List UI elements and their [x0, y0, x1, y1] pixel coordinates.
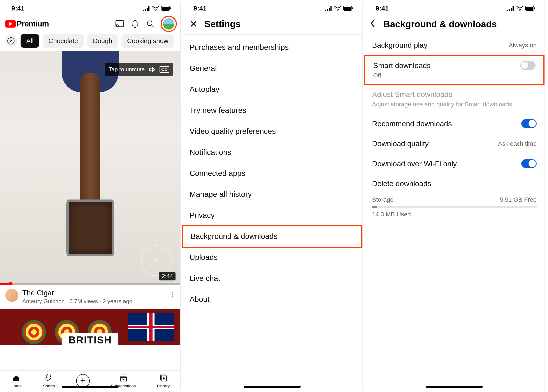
- page-header: Background & downloads: [364, 14, 545, 35]
- settings-item-general[interactable]: General: [182, 58, 363, 79]
- phone-settings: 9:41 ✕ Settings Purchases and membership…: [182, 2, 363, 390]
- storage-label: Storage: [372, 196, 393, 203]
- chip-all[interactable]: All: [21, 34, 39, 48]
- thumb-art-cup: [66, 199, 114, 256]
- video-metadata[interactable]: The Cigar! Amaury Guichon · 6.7M views ·…: [0, 285, 180, 309]
- channel-watermark: AG: [141, 245, 171, 276]
- home-indicator[interactable]: [244, 386, 301, 388]
- toggle-smart-downloads[interactable]: [520, 61, 535, 70]
- wifi-icon: [517, 6, 523, 11]
- home-icon: [11, 373, 21, 383]
- cell-signal-icon: [143, 6, 150, 11]
- video-subtitle: Amaury Guichon · 6.7M views · 2 years ag…: [22, 298, 132, 305]
- app-header: Premium: [0, 14, 180, 33]
- settings-item-try-new[interactable]: Try new features: [182, 100, 363, 121]
- thumb-art-text: BRITISH: [62, 333, 118, 345]
- settings-item-purchases[interactable]: Purchases and memberships: [182, 37, 363, 58]
- muted-icon: [149, 67, 156, 73]
- svg-rect-2: [170, 7, 171, 9]
- svg-rect-1: [162, 7, 169, 10]
- shorts-icon: [44, 373, 54, 383]
- status-bar: 9:41: [182, 2, 363, 14]
- channel-avatar-icon[interactable]: [5, 289, 18, 302]
- page-title: Background & downloads: [384, 19, 497, 29]
- plus-icon: +: [76, 374, 90, 388]
- subscriptions-icon: [119, 373, 128, 383]
- row-label: Smart downloads: [373, 61, 431, 70]
- toggle-wifi-only[interactable]: [521, 159, 537, 168]
- settings-header: ✕ Settings: [182, 14, 363, 35]
- svg-rect-3: [116, 21, 124, 27]
- cc-icon: CC: [160, 66, 169, 73]
- back-icon[interactable]: [370, 18, 379, 30]
- svg-rect-8: [344, 7, 351, 10]
- status-bar: 9:41: [364, 2, 545, 14]
- row-label: Recommend downloads: [372, 119, 452, 128]
- nav-home[interactable]: Home: [10, 373, 22, 389]
- cell-signal-icon: [325, 6, 332, 11]
- cast-icon[interactable]: [115, 19, 125, 29]
- avatar-highlight: [161, 16, 177, 32]
- row-label: Background play: [372, 41, 427, 49]
- settings-item-about[interactable]: About: [182, 289, 363, 310]
- row-label: Download quality: [372, 139, 429, 148]
- row-sub: Off: [373, 72, 535, 79]
- settings-item-manage-history[interactable]: Manage all history: [182, 184, 363, 205]
- settings-item-connected-apps[interactable]: Connected apps: [182, 163, 363, 184]
- row-background-play[interactable]: Background play Always on: [364, 35, 545, 55]
- storage-free: 5.51 GB Free: [500, 196, 537, 203]
- chip-chocolate[interactable]: Chocolate: [43, 34, 84, 48]
- nav-shorts[interactable]: Shorts: [43, 373, 55, 389]
- status-icons: [325, 6, 353, 11]
- home-indicator[interactable]: [62, 386, 119, 388]
- storage-section: Storage 5.51 GB Free 14.3 MB Used: [364, 194, 545, 218]
- nav-library[interactable]: Library: [157, 373, 170, 389]
- settings-item-background-downloads[interactable]: Background & downloads: [182, 225, 363, 248]
- status-icons: [507, 6, 535, 11]
- battery-icon: [161, 6, 171, 11]
- nav-create[interactable]: +: [76, 374, 90, 388]
- row-value: Ask each time: [498, 140, 537, 147]
- settings-item-uploads[interactable]: Uploads: [182, 247, 363, 268]
- chip-dough[interactable]: Dough: [87, 34, 118, 48]
- svg-rect-12: [534, 7, 535, 9]
- settings-item-notifications[interactable]: Notifications: [182, 142, 363, 163]
- row-smart-downloads[interactable]: Smart downloads Off: [365, 56, 543, 80]
- row-delete-downloads[interactable]: Delete downloads: [364, 174, 545, 194]
- row-adjust-smart-downloads: Adjust Smart downloads Adjust storage us…: [364, 85, 545, 113]
- library-icon: [159, 373, 168, 383]
- row-download-quality[interactable]: Download quality Ask each time: [364, 134, 545, 154]
- row-sub: Adjust storage use and quality for Smart…: [372, 101, 537, 108]
- row-recommend-downloads[interactable]: Recommend downloads: [364, 113, 545, 134]
- settings-item-video-quality[interactable]: Video quality preferences: [182, 121, 363, 142]
- settings-item-privacy[interactable]: Privacy: [182, 205, 363, 226]
- phone-background-downloads: 9:41 Background & downloads Background p…: [364, 2, 545, 390]
- storage-used: 14.3 MB Used: [372, 211, 537, 218]
- row-label: Delete downloads: [372, 179, 431, 188]
- youtube-logo[interactable]: Premium: [5, 19, 49, 28]
- unmute-text: Tap to unmute: [108, 66, 145, 73]
- close-icon[interactable]: ✕: [189, 18, 198, 29]
- video-thumbnail-2[interactable]: BRITISH: [0, 309, 180, 345]
- toggle-recommend-downloads[interactable]: [521, 119, 537, 128]
- video-thumbnail[interactable]: Tap to unmute CC AG 2:44: [0, 51, 180, 285]
- svg-point-4: [147, 21, 152, 26]
- svg-rect-9: [352, 7, 353, 9]
- row-wifi-only[interactable]: Download over Wi-Fi only: [364, 154, 545, 174]
- notifications-icon[interactable]: [130, 19, 140, 29]
- progress-bar[interactable]: [0, 283, 180, 285]
- storage-bar: [372, 206, 537, 208]
- video-menu-icon[interactable]: ⋮: [169, 289, 176, 298]
- home-indicator[interactable]: [426, 386, 483, 388]
- settings-list: Purchases and memberships General Autopl…: [182, 35, 363, 312]
- explore-icon[interactable]: [5, 35, 17, 47]
- settings-item-autoplay[interactable]: Autoplay: [182, 79, 363, 100]
- search-icon[interactable]: [145, 19, 155, 29]
- account-avatar[interactable]: [163, 18, 174, 29]
- unmute-overlay[interactable]: Tap to unmute CC: [105, 63, 173, 76]
- row-label: Download over Wi-Fi only: [372, 160, 457, 168]
- brand-text: Premium: [17, 19, 49, 28]
- chip-cooking-show[interactable]: Cooking show: [121, 34, 174, 48]
- battery-icon: [343, 6, 353, 11]
- settings-item-live-chat[interactable]: Live chat: [182, 268, 363, 289]
